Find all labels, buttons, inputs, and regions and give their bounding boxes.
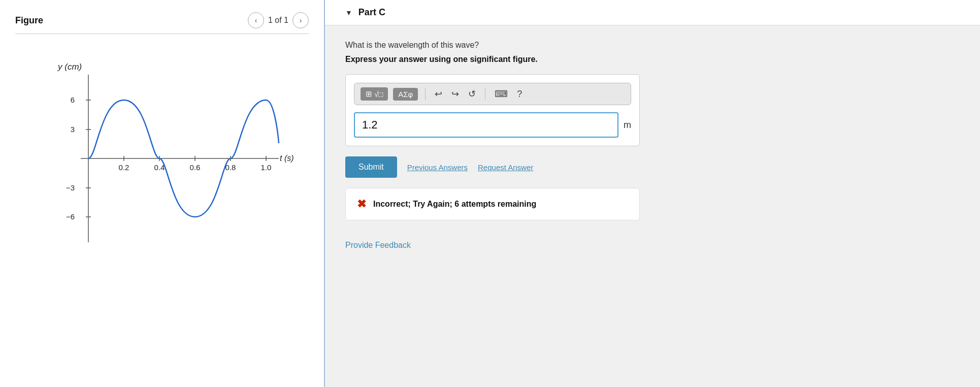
answer-unit: m xyxy=(624,120,631,131)
answer-input[interactable] xyxy=(354,112,618,138)
figure-header: Figure ‹ 1 of 1 › xyxy=(15,12,309,28)
toolbar-separator-2 xyxy=(485,88,485,100)
refresh-button[interactable]: ↺ xyxy=(466,87,478,101)
svg-text:1.0: 1.0 xyxy=(261,163,272,172)
question-text: What is the wavelength of this wave? xyxy=(345,41,960,50)
feedback-button[interactable]: Provide Feedback xyxy=(345,241,411,250)
wave-graph: y (cm) 6 3 −3 −6 0.2 0.4 xyxy=(30,54,294,257)
part-collapse-icon[interactable]: ▼ xyxy=(345,9,352,17)
actions-row: Submit Previous Answers Request Answer xyxy=(345,156,960,178)
matrix-button[interactable]: ⊞ √□ xyxy=(361,87,388,101)
left-panel: Figure ‹ 1 of 1 › y (cm) 6 3 −3 xyxy=(0,0,325,387)
redo-button[interactable]: ↪ xyxy=(449,87,461,101)
previous-answers-button[interactable]: Previous Answers xyxy=(407,163,468,172)
matrix-icon: ⊞ xyxy=(366,89,372,99)
nav-next-button[interactable]: › xyxy=(292,12,309,28)
svg-text:3: 3 xyxy=(71,125,75,134)
svg-text:0.4: 0.4 xyxy=(154,163,165,172)
figure-divider xyxy=(15,34,309,34)
y-axis-label: y (cm) xyxy=(57,62,82,72)
figure-nav: ‹ 1 of 1 › xyxy=(248,12,309,28)
x-axis-label: t (s) xyxy=(280,154,294,163)
undo-button[interactable]: ↩ xyxy=(433,87,444,101)
svg-text:0.2: 0.2 xyxy=(119,163,129,172)
answer-box: ⊞ √□ ΑΣφ ↩ ↪ ↺ ⌨ ? m xyxy=(345,74,640,146)
part-header: ▼ Part C xyxy=(325,0,980,25)
page-indicator: 1 of 1 xyxy=(268,16,288,25)
keyboard-button[interactable]: ⌨ xyxy=(493,87,510,101)
sqrt-icon: √□ xyxy=(374,90,383,99)
submit-button[interactable]: Submit xyxy=(345,156,397,178)
svg-text:0.6: 0.6 xyxy=(190,163,201,172)
request-answer-button[interactable]: Request Answer xyxy=(478,163,533,172)
error-message: Incorrect; Try Again; 6 attempts remaini… xyxy=(373,200,536,209)
instruction-text: Express your answer using one significan… xyxy=(345,55,960,64)
nav-prev-button[interactable]: ‹ xyxy=(248,12,264,28)
right-panel: ▼ Part C What is the wavelength of this … xyxy=(325,0,980,387)
svg-text:−6: −6 xyxy=(66,212,75,221)
answer-toolbar: ⊞ √□ ΑΣφ ↩ ↪ ↺ ⌨ ? xyxy=(354,83,631,105)
svg-text:6: 6 xyxy=(71,95,75,104)
answer-input-row: m xyxy=(354,112,631,138)
symbol-button[interactable]: ΑΣφ xyxy=(393,88,418,101)
svg-text:0.8: 0.8 xyxy=(225,163,236,172)
figure-title: Figure xyxy=(15,15,43,26)
error-box: ✖ Incorrect; Try Again; 6 attempts remai… xyxy=(345,188,640,220)
error-icon: ✖ xyxy=(357,198,366,211)
help-button[interactable]: ? xyxy=(515,88,524,101)
toolbar-separator-1 xyxy=(425,88,426,100)
part-content: What is the wavelength of this wave? Exp… xyxy=(325,25,980,265)
svg-text:−3: −3 xyxy=(66,183,75,192)
part-title: Part C xyxy=(358,7,385,18)
graph-container: y (cm) 6 3 −3 −6 0.2 0.4 xyxy=(15,44,309,268)
